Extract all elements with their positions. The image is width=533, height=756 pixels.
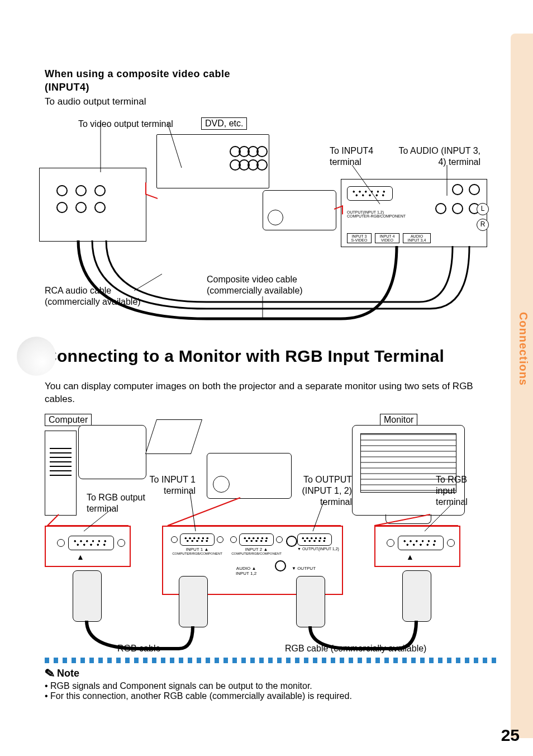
diagram-composite-video: To video output terminal DVD, etc. To IN…	[39, 112, 486, 336]
note-block: ✎Note • RGB signals and Component signal…	[45, 667, 499, 701]
svg-line-9	[425, 503, 453, 531]
note-bullet-1: RGB signals and Component signals can be…	[50, 681, 312, 691]
label-rgb-cable-left: RGB cable	[117, 643, 160, 654]
cable-paths	[39, 112, 486, 336]
section2-intro: You can display computer images on both …	[45, 380, 499, 406]
svg-line-4	[134, 274, 162, 291]
section1: When using a composite video cable (INPU…	[45, 67, 499, 108]
label-rgb-cable-right: RGB cable (commercially available)	[285, 643, 426, 654]
section-side-label: Connections	[517, 312, 530, 386]
note-bullet-2: For this connection, another RGB cable (…	[50, 691, 352, 701]
section1-title-line2: (INPUT4)	[45, 81, 499, 94]
section-side-tab	[511, 34, 533, 738]
svg-line-6	[84, 509, 112, 531]
section2-heading: Connecting to a Monitor with RGB Input T…	[45, 347, 499, 366]
note-icon: ✎	[44, 666, 55, 682]
section1-title-line1: When using a composite video cable	[45, 67, 499, 81]
section2-heading-wrap: Connecting to a Monitor with RGB Input T…	[34, 347, 499, 366]
svg-line-8	[313, 500, 324, 531]
cable-paths-rgb	[39, 408, 492, 665]
diagram-rgb-monitor: Computer Monitor To RGB output terminal …	[39, 408, 492, 665]
manual-page: Connections When using a composite video…	[0, 0, 533, 756]
svg-line-2	[352, 165, 380, 204]
page-number: 25	[501, 726, 520, 745]
note-label: Note	[57, 668, 79, 679]
note-divider	[45, 658, 499, 663]
label-to-audio-output: To audio output terminal	[45, 96, 499, 108]
heading-bubble-icon	[17, 337, 56, 376]
svg-line-1	[168, 123, 182, 168]
